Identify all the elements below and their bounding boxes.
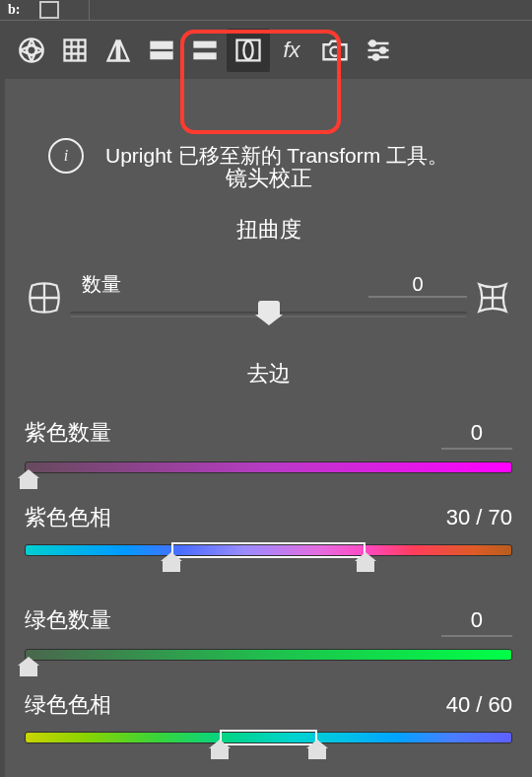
range-selection xyxy=(171,542,366,558)
panel-toolbar: fx xyxy=(0,21,532,80)
purple-hue-value: 30 / 70 xyxy=(446,505,512,530)
green-hue-label: 绿色色相 xyxy=(25,690,111,720)
green-amount-slider[interactable] xyxy=(25,649,512,661)
lens-correction-icon[interactable] xyxy=(227,29,270,72)
distortion-slider[interactable] xyxy=(70,312,467,318)
slider-thumb-high[interactable] xyxy=(308,745,326,759)
swatch-icon xyxy=(39,1,59,19)
lens-panel: 镜头校正 i Upright 已移至新的 Transform 工具。 扭曲度 数… xyxy=(5,79,532,777)
fx-icon[interactable]: fx xyxy=(270,29,313,72)
slider-thumb[interactable] xyxy=(20,663,37,676)
info-icon: i xyxy=(48,138,84,174)
grid-icon[interactable] xyxy=(53,29,97,72)
distortion-title: 扭曲度 xyxy=(25,215,512,245)
svg-point-7 xyxy=(243,41,252,59)
purple-amount-value[interactable]: 0 xyxy=(441,420,512,450)
purple-hue-label: 紫色色相 xyxy=(25,503,111,532)
graduated-icon[interactable] xyxy=(183,29,227,72)
green-amount-value[interactable]: 0 xyxy=(441,607,512,637)
barrel-icon[interactable] xyxy=(25,278,64,318)
purple-amount-label: 紫色数量 xyxy=(25,418,111,448)
svg-point-8 xyxy=(330,47,339,56)
purple-amount-slider[interactable] xyxy=(25,461,512,473)
pincushion-icon[interactable] xyxy=(473,278,512,318)
slider-thumb-low[interactable] xyxy=(163,558,180,572)
green-hue-slider[interactable] xyxy=(25,732,512,743)
svg-rect-3 xyxy=(150,49,172,51)
divider xyxy=(89,0,90,20)
svg-rect-1 xyxy=(65,40,86,61)
svg-rect-6 xyxy=(236,40,259,61)
detail-icon[interactable] xyxy=(140,29,183,72)
slider-thumb[interactable] xyxy=(258,301,280,318)
slider-thumb[interactable] xyxy=(20,475,37,489)
svg-point-11 xyxy=(373,54,378,59)
slider-thumb-low[interactable] xyxy=(211,745,229,759)
app-indicator: b: xyxy=(8,2,20,18)
purple-hue-slider[interactable] xyxy=(25,544,512,556)
camera-icon[interactable] xyxy=(313,29,357,72)
svg-rect-5 xyxy=(193,52,216,59)
sliders-icon[interactable] xyxy=(357,29,400,72)
slider-thumb-high[interactable] xyxy=(357,558,374,572)
split-icon[interactable] xyxy=(97,29,140,72)
green-amount-label: 绿色数量 xyxy=(25,605,111,635)
svg-point-9 xyxy=(370,40,375,45)
tooltip: 镜头校正 xyxy=(226,164,312,193)
svg-point-10 xyxy=(380,47,385,52)
green-hue-value: 40 / 60 xyxy=(446,692,512,718)
svg-rect-4 xyxy=(193,41,216,48)
amount-value[interactable]: 0 xyxy=(368,273,467,298)
defringe-title: 去边 xyxy=(25,359,512,388)
svg-point-0 xyxy=(20,38,42,61)
aperture-icon[interactable] xyxy=(10,29,53,72)
range-selection xyxy=(220,730,317,745)
amount-label: 数量 xyxy=(76,271,121,298)
